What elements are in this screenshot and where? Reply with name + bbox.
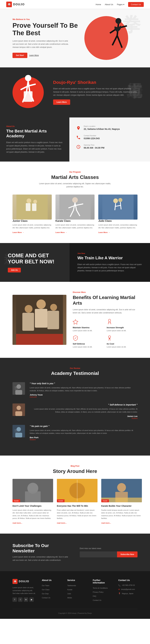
shorikan-learn-more-button[interactable]: Learn More xyxy=(53,100,70,105)
junior-class-image xyxy=(12,194,52,220)
footer-service-link-0[interactable]: Taekwondo xyxy=(67,584,76,586)
judo-class-name: Judo Class xyxy=(98,220,138,222)
footer-about-link-2[interactable]: Our Dojo xyxy=(42,593,49,594)
footer-further-links: Terms & Conditions Privacy Policy FAQ Co… xyxy=(93,586,112,602)
footer-about-link-3[interactable]: Contact Us xyxy=(42,597,50,599)
svg-rect-7 xyxy=(24,91,32,102)
clock-icon xyxy=(76,144,81,150)
about-right: Dojo's Location 22, Saitama Ichiban No.4… xyxy=(69,118,150,162)
footer-further-link-0[interactable]: Terms & Conditions xyxy=(93,587,108,589)
newsletter-subscribe-button[interactable]: Subscribe Now xyxy=(117,552,138,557)
svg-line-2 xyxy=(112,36,117,45)
judo-learn-more-link[interactable]: Learn More → xyxy=(98,232,110,233)
footer-about-title: About Us xyxy=(42,579,61,582)
testi-1-name: Johnny Yeuw xyxy=(30,394,138,396)
blog-tag: Blog Post xyxy=(12,465,138,467)
nav-contact-button[interactable]: Contact Us xyxy=(128,2,144,7)
logo[interactable]: 🥋 DOUJO xyxy=(6,2,25,7)
testi-2-role: Student xyxy=(30,418,138,419)
hero-content: We Believe In You Prove Yourself To Be T… xyxy=(12,18,81,58)
footer-logo-column: 🥋 DOUJO Lorem ipsum dolor sit amet, cons… xyxy=(12,579,36,603)
hero-buttons: Get Start Learn More xyxy=(12,53,81,58)
karate-learn-more-link[interactable]: Learn More → xyxy=(55,232,67,233)
defense-desc: Lorem ipsum dolor sit elit. xyxy=(73,346,103,348)
testi-1-text: Lorem ipsum dolor sit amet, consectetur … xyxy=(30,386,138,392)
footer-phone-row: 📞 +62 560-4700 02 xyxy=(118,584,138,586)
nav-about[interactable]: About Us xyxy=(105,3,113,6)
belt-right-desc: Etiam vel velit auctor pretium risus a s… xyxy=(77,263,142,272)
svg-point-26 xyxy=(108,319,111,321)
hero-get-start-button[interactable]: Get Start xyxy=(12,53,27,58)
blog-2-svg xyxy=(57,479,98,502)
about-left: About Us The Best Martial Arts Academy E… xyxy=(0,118,69,162)
blog-2-read-more[interactable]: read more... xyxy=(57,522,67,524)
strength-svg xyxy=(107,319,112,324)
karate-class-svg xyxy=(59,194,91,220)
testi-2-text: Lorem ipsum dolor sit amet, consectetur … xyxy=(30,408,138,413)
footer-logo-icon: 🥋 xyxy=(12,579,17,584)
youtube-icon[interactable]: ▶ xyxy=(29,598,34,602)
about-info-section: About Us The Best Martial Arts Academy E… xyxy=(0,118,150,162)
junior-learn-more-link[interactable]: Learn More → xyxy=(12,232,24,233)
footer-further-link-3[interactable]: Contact Us xyxy=(93,599,101,601)
navbar: 🥋 DOUJO Home About Us Pages ▾ Contact Us xyxy=(0,0,150,9)
testi-1-svg: 専 門 xyxy=(12,382,25,395)
svg-rect-12 xyxy=(32,204,36,211)
svg-rect-32 xyxy=(15,390,22,395)
twitter-icon[interactable]: t xyxy=(18,598,22,602)
belt-section: 拳道 COME AND GET YOUR BELT NOW! Join Us J… xyxy=(0,243,150,282)
phone-icon xyxy=(76,135,81,140)
logo-text: DOUJO xyxy=(13,3,25,6)
benefits-section: Discover More Benefits Of Learning Marti… xyxy=(0,282,150,358)
hero-section: 拳 We Believe In You Prove Yourself To Be… xyxy=(0,9,150,68)
footer-service-link-2[interactable]: Judo xyxy=(67,593,71,594)
info-location-row: Dojo's Location 22, Saitama Ichiban No.4… xyxy=(76,125,144,131)
svg-rect-25 xyxy=(16,334,63,345)
newsletter-right: Dont miss our latest news Subscribe Now xyxy=(80,547,138,557)
benefit-strength: Increase Strength Lorem ipsum dolor sit … xyxy=(107,319,138,332)
contact-value: 01098-1224.543 xyxy=(84,137,100,140)
shorikan-karate-svg xyxy=(14,74,42,112)
footer-further-link-1[interactable]: Privacy Policy xyxy=(93,591,103,593)
footer-about-link-0[interactable]: Our Team xyxy=(42,584,49,586)
hero-learn-more-link[interactable]: Learn More xyxy=(29,54,39,56)
karate-class-image xyxy=(55,194,95,220)
classes-tag: Our Program xyxy=(12,171,138,173)
shorikan-content: Doujo-Ryu' Shorikan Etiam vel velit auct… xyxy=(53,80,138,105)
footer-service-column: Service Taekwondo Karate Judo Aikido xyxy=(67,579,87,603)
footer-about-link-1[interactable]: Our Class xyxy=(42,589,49,590)
footer-email-row: ✉ doujo@gmail.com xyxy=(118,588,138,591)
cool-svg xyxy=(107,335,112,341)
blog-3-svg xyxy=(101,479,142,502)
karate-learn-more-text: Learn More xyxy=(55,232,65,233)
belt-join-button[interactable]: Join Us xyxy=(8,268,21,272)
nav-pages[interactable]: Pages ▾ xyxy=(117,3,124,6)
blog-1-read-more[interactable]: read more... xyxy=(12,522,22,524)
svg-point-34 xyxy=(16,406,21,410)
facebook-icon[interactable]: f xyxy=(12,598,17,602)
newsletter-email-input[interactable] xyxy=(80,552,117,557)
belt-left: 拳道 COME AND GET YOUR BELT NOW! Join Us xyxy=(0,243,70,282)
junior-class-desc: Lorem ipsum dolor sit amet, consectetur … xyxy=(12,224,52,229)
footer-service-title: Service xyxy=(67,579,87,582)
footer-copyright: Copyright © 2024 doujo | Powered by Douj… xyxy=(12,612,138,614)
testi-3-quote: " No pain no gain " xyxy=(30,425,138,428)
info-location-content: Dojo's Location 22, Saitama Ichiban No.4… xyxy=(84,125,120,130)
class-card-karate: Karate Class Lorem ipsum dolor sit amet,… xyxy=(55,194,95,234)
footer-service-link-3[interactable]: Aikido xyxy=(67,597,72,599)
svg-rect-43 xyxy=(25,491,41,502)
instagram-icon[interactable]: in xyxy=(24,598,28,602)
testimonial-2-content: " Self-defense is important " Lorem ipsu… xyxy=(30,404,138,419)
svg-point-6 xyxy=(25,75,31,81)
nav-home[interactable]: Home xyxy=(96,3,101,6)
footer-service-link-1[interactable]: Karate xyxy=(67,589,72,590)
footer-further-link-2[interactable]: FAQ xyxy=(93,595,96,597)
stamina-name: Maintain Stamina xyxy=(73,326,103,329)
hero-desc: Lorem ipsum dolor sit amet, consectetur … xyxy=(12,40,69,49)
karate-class-name: Karate Class xyxy=(55,220,95,222)
footer-contact-title: Contact Us xyxy=(118,579,138,582)
hero-figure xyxy=(100,9,134,68)
blog-3-read-more[interactable]: read more... xyxy=(101,522,111,524)
cool-icon xyxy=(107,335,113,342)
svg-point-0 xyxy=(116,18,121,24)
